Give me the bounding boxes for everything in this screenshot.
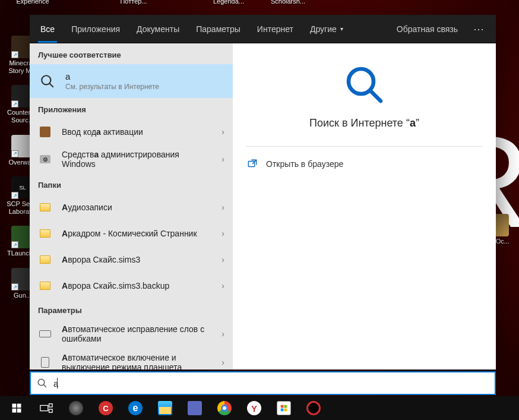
- taskbar-discord[interactable]: [182, 396, 208, 420]
- discord-icon: [188, 401, 202, 415]
- taskbar: C e Y: [0, 396, 519, 420]
- taskbar-explorer[interactable]: [152, 396, 178, 420]
- preview-action-label: Открыть в браузере: [266, 159, 343, 169]
- taskbar-store[interactable]: [271, 396, 297, 420]
- chevron-right-icon: ›: [220, 255, 226, 264]
- chevron-right-icon: ›: [220, 358, 226, 367]
- feedback-link[interactable]: Обратная связь: [390, 24, 465, 34]
- folder-icon: [37, 225, 53, 242]
- tab-label: Параметры: [196, 24, 240, 34]
- tab-label: Все: [40, 24, 55, 34]
- result-title: Аудиозаписи: [62, 203, 212, 212]
- shortcut-arrow-icon: ↗: [11, 241, 18, 248]
- result-title: a: [65, 71, 224, 81]
- shortcut-arrow-icon: ↗: [11, 150, 18, 157]
- chevron-right-icon: ›: [220, 229, 226, 238]
- tab-documents[interactable]: Документы: [128, 15, 188, 43]
- tab-label: Другие: [310, 24, 337, 34]
- tab-label: Приложения: [71, 24, 120, 34]
- result-item[interactable]: Автоматическое исправление слов с ошибка…: [30, 320, 233, 348]
- result-item[interactable]: Аркадром - Космический Странник ›: [30, 220, 233, 247]
- group-header-folders: Папки: [30, 173, 233, 194]
- svg-rect-15: [284, 405, 287, 408]
- taskbar-app[interactable]: [63, 396, 89, 420]
- group-header-best-match: Лучшее соответствие: [30, 43, 233, 64]
- taskbar-chrome[interactable]: [211, 396, 238, 420]
- tab-label: Интернет: [257, 24, 293, 34]
- result-item[interactable]: Автоматическое включение и выключение ре…: [30, 348, 233, 370]
- file-explorer-icon: [158, 401, 172, 415]
- shortcut-arrow-icon: ↗: [11, 283, 18, 290]
- search-large-icon: [343, 64, 386, 106]
- desktop-icon-label: Experience: [11, 0, 54, 5]
- chevron-down-icon: ▾: [340, 26, 343, 32]
- result-title: Аврора Скайс.sims3.backup: [62, 281, 212, 290]
- result-item[interactable]: ⚙ Средства администрирования Windows ›: [30, 145, 233, 173]
- taskbar-yandex[interactable]: Y: [241, 396, 267, 420]
- shortcut-arrow-icon: ↗: [11, 192, 18, 199]
- taskbar-app[interactable]: C: [93, 396, 119, 420]
- tab-more[interactable]: Другие▾: [302, 15, 352, 43]
- desktop-icon-label: Scholarsh...: [267, 0, 309, 5]
- app-icon: C: [99, 401, 113, 415]
- taskbar-record[interactable]: [300, 396, 327, 420]
- tablet-icon: [37, 354, 53, 370]
- svg-rect-11: [40, 405, 48, 410]
- taskbar-edge[interactable]: e: [122, 396, 148, 420]
- preview-pane: Поиск в Интернете “a” Открыть в браузере: [233, 43, 496, 370]
- desktop-icon[interactable]: Legenda...: [208, 0, 249, 5]
- svg-rect-4: [248, 162, 255, 167]
- chevron-right-icon: ›: [220, 127, 226, 137]
- yandex-icon: Y: [247, 401, 261, 415]
- chevron-right-icon: ›: [220, 154, 226, 164]
- desktop-icons-top: Experience Поттер... Legenda... Scholars…: [36, 0, 519, 5]
- svg-rect-10: [17, 409, 21, 413]
- divider: [246, 146, 483, 147]
- svg-rect-9: [12, 409, 17, 413]
- result-title: Автоматическое включение и выключение ре…: [62, 353, 212, 370]
- tab-web[interactable]: Интернет: [249, 15, 302, 43]
- svg-point-0: [42, 75, 50, 84]
- svg-rect-14: [281, 405, 284, 408]
- result-item[interactable]: Аврора Скайс.sims3 ›: [30, 247, 233, 273]
- chevron-right-icon: ›: [220, 203, 226, 212]
- svg-point-5: [38, 379, 45, 386]
- result-subtitle: См. результаты в Интернете: [65, 83, 224, 91]
- open-in-browser-action[interactable]: Открыть в браузере: [246, 155, 483, 173]
- desktop-icon[interactable]: Scholarsh...: [267, 0, 309, 5]
- task-view-button[interactable]: [33, 396, 59, 420]
- group-header-apps: Приложения: [30, 98, 233, 119]
- overflow-menu-button[interactable]: ⋯: [465, 23, 493, 36]
- open-browser-icon: [247, 159, 258, 169]
- svg-rect-8: [17, 404, 21, 408]
- record-icon: [306, 401, 321, 415]
- cube-icon: [37, 124, 53, 140]
- tab-settings[interactable]: Параметры: [188, 15, 249, 43]
- search-tabs: Все Приложения Документы Параметры Интер…: [30, 15, 496, 43]
- svg-line-1: [49, 83, 53, 87]
- desktop-icon[interactable]: Поттер...: [113, 0, 154, 5]
- result-best-match[interactable]: a См. результаты в Интернете: [30, 64, 233, 98]
- result-item[interactable]: Ввод кода активации ›: [30, 119, 233, 145]
- store-icon: [277, 401, 291, 415]
- result-item[interactable]: Аврора Скайс.sims3.backup ›: [30, 273, 233, 299]
- tab-apps[interactable]: Приложения: [63, 15, 128, 43]
- search-box[interactable]: a: [30, 371, 496, 395]
- result-item[interactable]: Аудиозаписи ›: [30, 194, 233, 220]
- search-panel: Все Приложения Документы Параметры Интер…: [30, 15, 496, 370]
- chrome-icon: [217, 401, 232, 415]
- tab-label: Документы: [137, 24, 179, 34]
- result-title: Средства администрирования Windows: [62, 150, 212, 169]
- tab-all[interactable]: Все: [32, 15, 63, 43]
- start-button[interactable]: [4, 396, 30, 420]
- svg-rect-17: [284, 409, 287, 412]
- desktop-icon[interactable]: Experience: [12, 0, 53, 5]
- shortcut-arrow-icon: ↗: [11, 100, 18, 108]
- search-icon: [37, 378, 48, 389]
- preview-title: Поиск в Интернете “a”: [309, 117, 419, 130]
- svg-rect-7: [12, 404, 17, 408]
- folder-icon: [37, 199, 53, 216]
- tools-icon: ⚙: [37, 151, 53, 168]
- svg-rect-12: [49, 404, 53, 408]
- svg-rect-16: [281, 409, 284, 412]
